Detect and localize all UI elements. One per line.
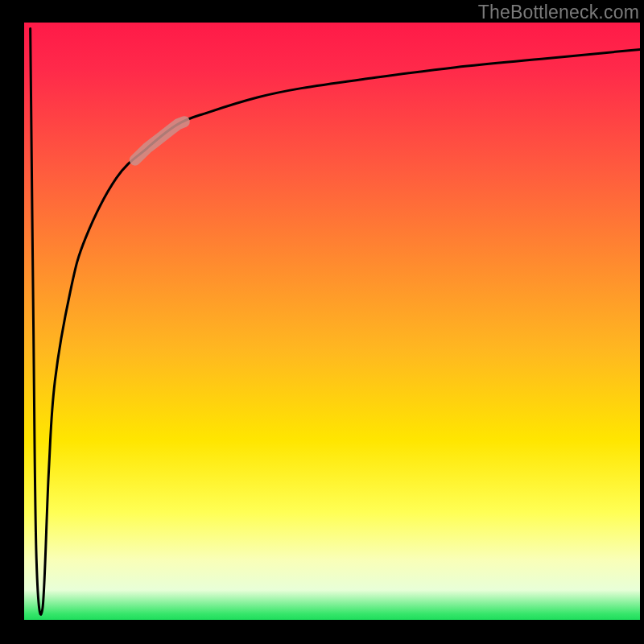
chart-plot-area — [24, 23, 640, 620]
chart-frame: TheBottleneck.com — [0, 0, 644, 644]
attribution-watermark: TheBottleneck.com — [478, 2, 639, 23]
